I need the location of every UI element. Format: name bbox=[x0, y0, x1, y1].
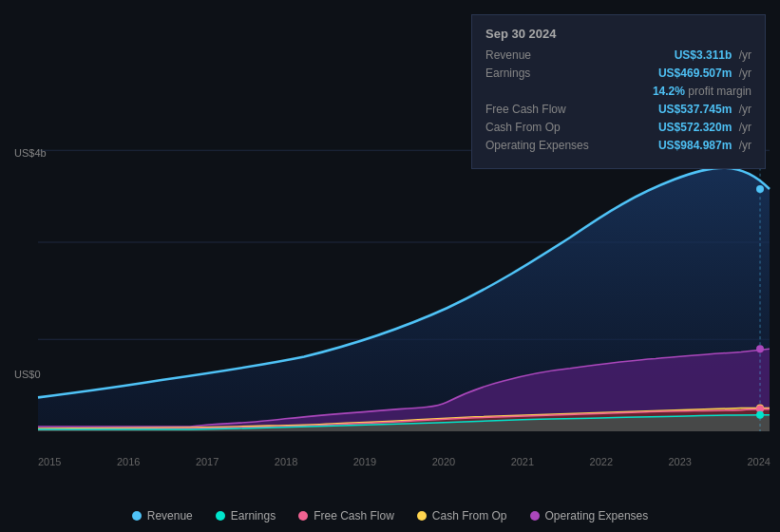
tooltip-unit-opex: /yr bbox=[735, 139, 751, 152]
tooltip-row-earnings: Earnings US$469.507m /yr bbox=[485, 66, 751, 80]
legend-dot-opex bbox=[530, 511, 540, 521]
x-label-2017: 2017 bbox=[196, 456, 219, 467]
tooltip-unit-cashop: /yr bbox=[735, 121, 751, 134]
tooltip-title: Sep 30 2024 bbox=[485, 27, 751, 41]
x-label-2015: 2015 bbox=[38, 456, 61, 467]
tooltip-row-revenue: Revenue US$3.311b /yr bbox=[485, 48, 751, 62]
tooltip-box: Sep 30 2024 Revenue US$3.311b /yr Earnin… bbox=[471, 14, 766, 169]
tooltip-label-opex: Operating Expenses bbox=[485, 139, 599, 152]
tooltip-label-revenue: Revenue bbox=[485, 48, 599, 62]
tooltip-unit-earnings: /yr bbox=[735, 66, 751, 80]
tooltip-value-cashop: US$572.320m bbox=[658, 121, 732, 134]
x-label-2019: 2019 bbox=[353, 456, 376, 467]
tooltip-label-cashop: Cash From Op bbox=[485, 121, 599, 134]
tooltip-value-fcf: US$537.745m bbox=[658, 103, 732, 116]
legend-item-revenue[interactable]: Revenue bbox=[132, 509, 193, 522]
x-label-2024: 2024 bbox=[747, 456, 770, 467]
x-label-2020: 2020 bbox=[432, 456, 455, 467]
legend-label-opex: Operating Expenses bbox=[545, 509, 649, 522]
tooltip-row-margin: 14.2% profit margin bbox=[485, 85, 751, 98]
tooltip-row-opex: Operating Expenses US$984.987m /yr bbox=[485, 139, 751, 152]
tooltip-row-fcf: Free Cash Flow US$537.745m /yr bbox=[485, 103, 751, 116]
legend-item-earnings[interactable]: Earnings bbox=[216, 509, 276, 522]
legend-label-earnings: Earnings bbox=[231, 509, 276, 522]
legend-dot-revenue bbox=[132, 511, 142, 521]
x-label-2016: 2016 bbox=[117, 456, 140, 467]
legend-dot-fcf bbox=[298, 511, 308, 521]
legend-item-opex[interactable]: Operating Expenses bbox=[530, 509, 649, 522]
legend-label-revenue: Revenue bbox=[147, 509, 193, 522]
tooltip-row-cashop: Cash From Op US$572.320m /yr bbox=[485, 121, 751, 134]
x-axis: 2015 2016 2017 2018 2019 2020 2021 2022 … bbox=[38, 456, 770, 467]
legend-label-cashop: Cash From Op bbox=[432, 509, 507, 522]
tooltip-value-revenue: US$3.311b bbox=[675, 48, 732, 62]
y-axis-bottom-label: US$0 bbox=[14, 369, 41, 380]
x-label-2023: 2023 bbox=[669, 456, 692, 467]
x-label-2021: 2021 bbox=[511, 456, 534, 467]
tooltip-value-earnings: US$469.507m bbox=[658, 66, 732, 80]
legend-dot-cashop bbox=[417, 511, 427, 521]
tooltip-unit-margin: profit margin bbox=[685, 85, 751, 98]
tooltip-unit-fcf: /yr bbox=[735, 103, 751, 116]
tooltip-label-fcf: Free Cash Flow bbox=[485, 103, 599, 116]
tooltip-unit-revenue: /yr bbox=[735, 48, 751, 62]
legend-item-fcf[interactable]: Free Cash Flow bbox=[298, 509, 394, 522]
legend-dot-earnings bbox=[216, 511, 225, 521]
legend-item-cashop[interactable]: Cash From Op bbox=[417, 509, 507, 522]
y-axis-top-label: US$4b bbox=[14, 147, 47, 159]
tooltip-value-margin: 14.2% bbox=[653, 85, 685, 98]
tooltip-value-opex: US$984.987m bbox=[658, 139, 732, 152]
x-label-2022: 2022 bbox=[590, 456, 613, 467]
svg-point-6 bbox=[756, 185, 764, 193]
chart-legend: Revenue Earnings Free Cash Flow Cash Fro… bbox=[0, 509, 780, 522]
svg-point-10 bbox=[756, 411, 764, 419]
x-label-2018: 2018 bbox=[275, 456, 297, 467]
tooltip-label-earnings: Earnings bbox=[485, 66, 599, 80]
svg-point-7 bbox=[756, 345, 764, 352]
legend-label-fcf: Free Cash Flow bbox=[314, 509, 394, 522]
